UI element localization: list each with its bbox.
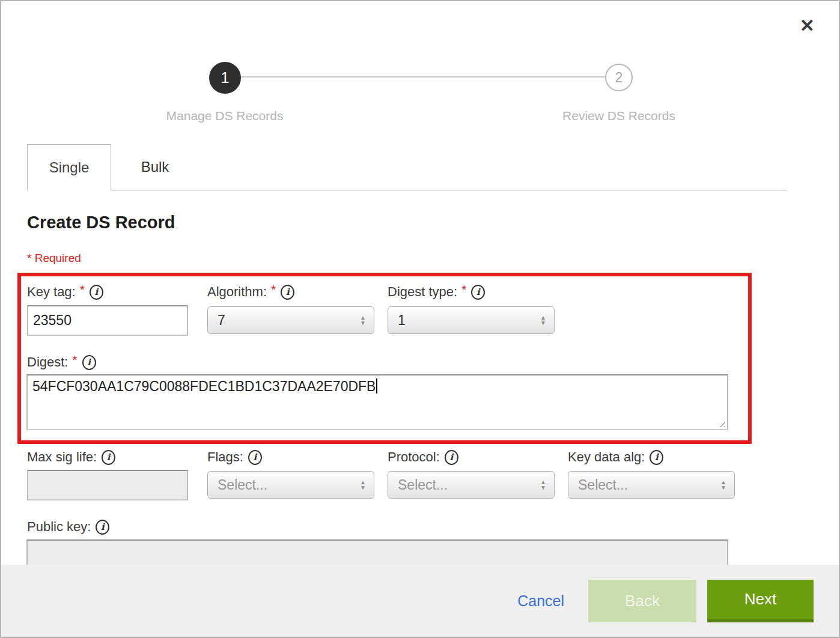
required-asterisk: * [271, 282, 276, 297]
step-2-label: Review DS Records [523, 109, 715, 123]
flags-select-value: Select... [218, 477, 360, 493]
flags-select[interactable]: Select... ▲▼ [207, 471, 374, 499]
info-icon-glyph: i [107, 452, 111, 463]
max-sig-life-input [27, 470, 188, 500]
public-key-label: Public key: i [27, 518, 109, 536]
info-icon-glyph: i [286, 287, 290, 297]
step-1-label: Manage DS Records [129, 109, 321, 123]
select-arrows-icon: ▲▼ [540, 315, 546, 326]
info-icon-glyph: i [95, 287, 99, 297]
algorithm-select-value: 7 [218, 312, 360, 329]
required-note: * Required [27, 252, 81, 265]
info-icon-glyph: i [449, 452, 453, 463]
digest-textarea[interactable]: 54FCF030AA1C79C0088FDEC1BD1C37DAA2E70DFB [26, 374, 728, 430]
info-icon[interactable]: i [96, 520, 109, 535]
select-arrows-icon: ▲▼ [720, 479, 726, 490]
modal-footer: Cancel Back Next [1, 565, 839, 637]
create-ds-record-modal: ✕ 1 2 Manage DS Records Review DS Record… [0, 0, 840, 638]
required-asterisk: * [461, 282, 466, 297]
key-data-alg-select[interactable]: Select... ▲▼ [568, 471, 735, 499]
key-tag-label: Key tag: * i [27, 283, 103, 301]
step-1-number: 1 [221, 69, 230, 87]
info-icon-glyph: i [655, 452, 659, 463]
next-button[interactable]: Next [707, 580, 814, 622]
info-icon[interactable]: i [90, 285, 103, 300]
key-data-alg-label-text: Key data alg: [568, 449, 645, 465]
digest-type-select[interactable]: 1 ▲▼ [388, 306, 555, 334]
key-data-alg-select-value: Select... [578, 477, 720, 493]
key-tag-input[interactable] [27, 305, 188, 336]
select-arrows-icon: ▲▼ [540, 479, 546, 490]
flags-label: Flags: i [207, 448, 262, 466]
text-caret [376, 378, 377, 393]
max-sig-life-label: Max sig life: i [27, 448, 115, 466]
info-icon[interactable]: i [471, 285, 485, 300]
tab-single-label: Single [49, 159, 90, 176]
step-2-number: 2 [615, 70, 623, 86]
algorithm-select[interactable]: 7 ▲▼ [207, 306, 374, 334]
algorithm-label: Algorithm: * i [207, 283, 294, 301]
max-sig-life-label-text: Max sig life: [27, 449, 97, 465]
info-icon[interactable]: i [445, 450, 458, 465]
tab-bulk[interactable]: Bulk [111, 144, 199, 190]
tab-bulk-label: Bulk [141, 159, 169, 175]
info-icon-glyph: i [101, 521, 105, 532]
digest-label: Digest: * i [27, 353, 96, 371]
info-icon[interactable]: i [102, 450, 115, 465]
info-icon-glyph: i [87, 357, 91, 368]
select-arrows-icon: ▲▼ [360, 315, 366, 326]
step-1-circle: 1 [209, 62, 241, 94]
step-connector-line [241, 76, 605, 77]
info-icon[interactable]: i [82, 355, 96, 370]
tab-bottom-rule [111, 190, 787, 190]
select-arrows-icon: ▲▼ [360, 479, 366, 490]
protocol-select[interactable]: Select... ▲▼ [388, 471, 555, 499]
digest-type-label: Digest type: * i [388, 283, 485, 301]
info-icon-glyph: i [254, 452, 257, 463]
close-button[interactable]: ✕ [800, 17, 815, 35]
cancel-button[interactable]: Cancel [517, 592, 564, 610]
protocol-label-text: Protocol: [388, 449, 440, 465]
protocol-select-value: Select... [398, 477, 540, 493]
digest-type-select-value: 1 [398, 312, 540, 329]
info-icon[interactable]: i [248, 450, 262, 465]
public-key-label-text: Public key: [27, 519, 91, 535]
protocol-label: Protocol: i [388, 448, 458, 466]
algorithm-label-text: Algorithm: [207, 284, 267, 300]
tab-single[interactable]: Single [27, 144, 111, 190]
key-data-alg-label: Key data alg: i [568, 448, 663, 466]
flags-label-text: Flags: [207, 449, 243, 465]
close-icon: ✕ [800, 16, 815, 35]
required-asterisk: * [72, 353, 77, 367]
back-button: Back [588, 580, 696, 622]
key-tag-label-text: Key tag: [27, 284, 76, 300]
digest-label-text: Digest: [27, 354, 68, 370]
page-title: Create DS Record [27, 213, 175, 232]
digest-value: 54FCF030AA1C79C0088FDEC1BD1C37DAA2E70DFB [32, 378, 376, 394]
required-asterisk: * [80, 282, 85, 297]
resize-grip-icon[interactable] [717, 419, 725, 427]
digest-type-label-text: Digest type: [388, 284, 457, 300]
info-icon[interactable]: i [281, 285, 294, 300]
step-2-circle: 2 [605, 64, 633, 91]
info-icon[interactable]: i [650, 450, 663, 465]
info-icon-glyph: i [476, 287, 480, 297]
